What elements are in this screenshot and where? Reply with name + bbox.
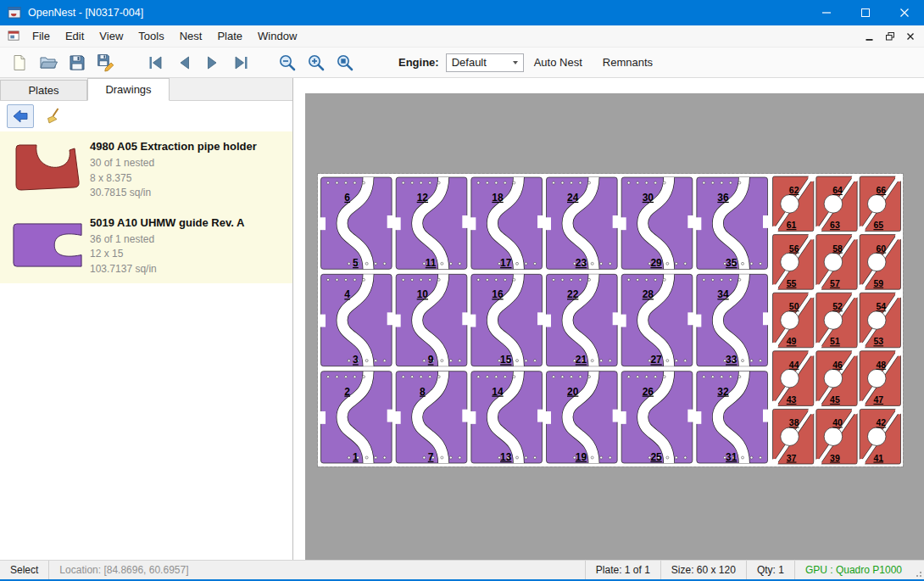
- svg-text:57: 57: [830, 278, 840, 288]
- save-button[interactable]: [64, 50, 90, 75]
- red-part-pair: 5857: [814, 232, 859, 293]
- purple-part-pair: 2221: [545, 274, 619, 366]
- svg-text:50: 50: [789, 301, 799, 311]
- mdi-close-button[interactable]: [900, 28, 921, 45]
- remnants-button[interactable]: Remnants: [593, 47, 663, 77]
- svg-text:41: 41: [873, 453, 883, 463]
- svg-text:24: 24: [567, 192, 579, 204]
- resize-grip[interactable]: [912, 561, 924, 579]
- menu-edit[interactable]: Edit: [58, 25, 92, 47]
- svg-text:20: 20: [567, 386, 579, 398]
- svg-text:36: 36: [717, 192, 729, 204]
- drawing-list-item[interactable]: 4980 A05 Extraction pipe holder 30 of 1 …: [0, 131, 292, 208]
- tab-drawings[interactable]: Drawings: [87, 78, 170, 101]
- red-part-pair: 5655: [771, 232, 815, 293]
- red-part-pair: 4241: [858, 406, 903, 466]
- engine-selected-value: Default: [447, 56, 509, 69]
- zoom-out-button[interactable]: [275, 50, 300, 75]
- purple-part-pair: 2827: [621, 274, 694, 366]
- close-icon: [905, 31, 916, 42]
- send-to-nest-button[interactable]: [7, 104, 34, 128]
- svg-text:55: 55: [787, 278, 797, 288]
- last-plate-button[interactable]: [229, 50, 254, 75]
- purple-part-pair: 1413: [470, 372, 543, 463]
- svg-text:42: 42: [877, 417, 887, 427]
- menu-nest[interactable]: Nest: [172, 25, 210, 47]
- svg-text:33: 33: [726, 354, 738, 366]
- svg-text:16: 16: [492, 288, 504, 300]
- status-size: Size: 60 x 120: [661, 561, 746, 579]
- mdi-minimize-button[interactable]: [860, 28, 880, 45]
- red-part-pair: 6261: [771, 174, 815, 234]
- svg-text:43: 43: [787, 394, 797, 405]
- auto-nest-button[interactable]: Auto Nest: [524, 47, 593, 77]
- nest-canvas[interactable]: 6512111817242330293635431091615222128273…: [305, 93, 924, 560]
- zoom-in-icon: [307, 53, 326, 72]
- plate-svg[interactable]: 6512111817242330293635431091615222128273…: [318, 174, 903, 466]
- menu-plate[interactable]: Plate: [209, 25, 250, 47]
- status-gpu: GPU : Quadro P1000: [795, 561, 912, 579]
- nest-plate[interactable]: 6512111817242330293635431091615222128273…: [318, 174, 903, 466]
- mdi-window-controls: [860, 28, 924, 45]
- chevron-down-icon[interactable]: [509, 54, 523, 71]
- red-part-pair: 5251: [814, 290, 859, 350]
- zoom-fit-button[interactable]: [332, 50, 358, 75]
- purple-part-pair: 3029: [621, 177, 694, 269]
- zoom-in-button[interactable]: [303, 50, 329, 75]
- open-button[interactable]: [36, 50, 61, 75]
- svg-text:19: 19: [576, 451, 587, 463]
- svg-text:63: 63: [830, 220, 840, 230]
- svg-text:23: 23: [576, 257, 587, 269]
- tab-plates[interactable]: Plates: [0, 80, 87, 100]
- drawing-thumbnail: [5, 214, 90, 277]
- svg-text:46: 46: [832, 360, 843, 370]
- window-controls: [807, 0, 924, 25]
- restore-icon: [884, 31, 896, 42]
- maximize-icon: [861, 8, 870, 17]
- clean-button[interactable]: [41, 104, 68, 128]
- svg-text:4: 4: [344, 288, 350, 300]
- drawing-list-item[interactable]: 5019 A10 UHMW guide Rev. A 36 of 1 neste…: [0, 208, 292, 284]
- open-file-icon: [39, 54, 58, 71]
- drawing-list: 4980 A05 Extraction pipe holder 30 of 1 …: [0, 131, 292, 560]
- svg-text:40: 40: [832, 417, 843, 427]
- svg-text:45: 45: [830, 394, 840, 405]
- purple-part-pair: 3635: [695, 177, 769, 269]
- svg-text:59: 59: [873, 278, 883, 288]
- svg-text:47: 47: [873, 394, 883, 405]
- svg-text:25: 25: [650, 451, 662, 463]
- red-part-pair: 6059: [858, 232, 903, 293]
- next-plate-button[interactable]: [200, 50, 225, 75]
- first-plate-button[interactable]: [142, 50, 168, 75]
- menu-window[interactable]: Window: [250, 25, 304, 47]
- svg-text:49: 49: [787, 336, 797, 346]
- menu-tools[interactable]: Tools: [131, 25, 171, 47]
- svg-text:28: 28: [643, 288, 654, 300]
- maximize-button[interactable]: [846, 0, 885, 25]
- status-qty: Qty: 1: [747, 561, 794, 579]
- child-window-icon: [8, 30, 20, 42]
- close-button[interactable]: [885, 0, 924, 25]
- svg-text:32: 32: [717, 386, 729, 398]
- save-as-button[interactable]: [93, 50, 119, 75]
- mdi-restore-button[interactable]: [880, 28, 900, 45]
- svg-text:38: 38: [789, 417, 799, 427]
- engine-select[interactable]: Default: [446, 53, 524, 72]
- svg-text:64: 64: [832, 185, 843, 195]
- zoom-fit-icon: [336, 53, 354, 72]
- svg-text:60: 60: [877, 243, 887, 254]
- svg-text:15: 15: [500, 354, 512, 366]
- purple-part-pair: 1615: [470, 274, 543, 366]
- main-toolbar: Engine: Default Auto Nest Remnants: [0, 47, 924, 78]
- svg-text:56: 56: [789, 243, 799, 254]
- previous-plate-button[interactable]: [171, 50, 197, 75]
- svg-text:27: 27: [650, 354, 662, 366]
- red-part-pair: 4847: [858, 349, 903, 409]
- new-button[interactable]: [7, 50, 32, 75]
- menu-view[interactable]: View: [92, 25, 131, 47]
- svg-text:61: 61: [787, 220, 797, 230]
- menu-file[interactable]: File: [25, 25, 58, 47]
- red-part-pair: 5049: [771, 290, 815, 350]
- svg-text:18: 18: [492, 192, 504, 204]
- minimize-button[interactable]: [807, 0, 846, 25]
